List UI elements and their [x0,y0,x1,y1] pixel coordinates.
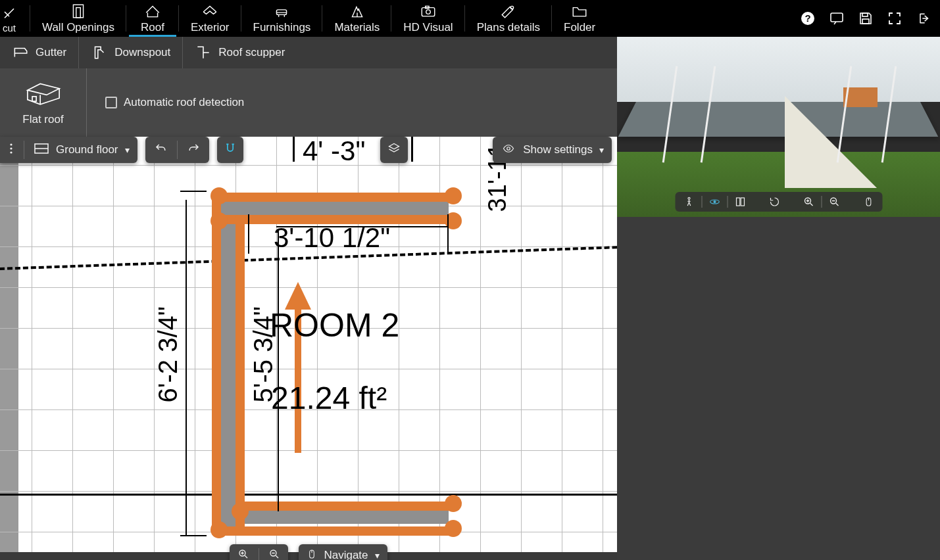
exit-icon[interactable] [914,9,933,28]
svg-rect-9 [831,13,843,22]
tool-roof-scupper[interactable]: Roof scupper [183,37,297,68]
checkbox-auto-roof-detect-label: Automatic roof detection [124,96,244,109]
svg-point-6 [510,6,513,9]
svg-point-18 [688,197,690,199]
preview-3d[interactable] [617,37,940,217]
tab-furnishings-label: Furnishings [253,21,311,34]
tool-roof-scupper-label: Roof scupper [218,46,285,59]
level-selector[interactable]: Ground floor [56,143,118,156]
svg-rect-11 [862,19,869,24]
dim-innerw-tickL [248,214,249,254]
zoom-in-icon[interactable] [801,195,816,209]
checkbox-auto-roof-detect[interactable]: Automatic roof detection [105,96,244,109]
tab-wall-openings-label: Wall Openings [42,21,114,34]
tab-plans-details-label: Plans details [477,21,540,34]
dim-top-tickR [411,137,413,162]
view-orbit-icon[interactable] [707,195,722,209]
dim-innerw-tickR [447,214,449,254]
svg-point-13 [10,143,12,145]
view-reset-icon[interactable] [767,195,781,209]
comment-icon[interactable] [827,9,847,28]
svg-text:?: ? [804,12,810,24]
checkbox-icon [105,97,117,108]
tool-gutter[interactable]: Gutter [0,37,79,68]
fullscreen-icon[interactable] [885,9,904,28]
dim-left-inner: 5'-5 3/4" [249,306,278,402]
dim-louter-tickT [180,191,207,192]
tab-cut-label: cut [3,22,16,34]
help-icon[interactable]: ? [798,9,818,28]
svg-rect-12 [32,97,36,101]
redo-button[interactable] [187,143,201,158]
svg-rect-0 [73,5,83,18]
mouse-icon[interactable] [861,195,876,209]
plan-zoom-out[interactable] [268,548,280,561]
dim-top-tick [293,137,295,162]
view-section-icon[interactable] [733,195,747,209]
tab-exterior[interactable]: Exterior [179,0,241,37]
eye-icon [501,143,516,158]
properties-panel [617,217,940,560]
svg-rect-22 [741,198,744,206]
tab-materials-label: Materials [334,21,380,34]
save-icon[interactable] [856,9,876,28]
tab-plans-details[interactable]: Plans details [465,0,552,37]
tool-gutter-label: Gutter [36,46,66,59]
dim-louter-line [186,200,187,535]
mouse-icon [307,548,317,561]
svg-rect-1 [76,8,81,18]
dim-louter-tickB [180,535,207,536]
snap-toggle[interactable] [224,142,237,158]
chevron-down-icon: ▾ [599,145,604,155]
level-icon [34,143,49,158]
room-area: 21.24 ft² [271,380,387,416]
dim-left-outer: 6'-2 3/4" [153,306,183,402]
svg-point-14 [10,147,12,149]
tab-folder[interactable]: Folder [552,0,607,37]
plan-zoom-in[interactable] [237,548,249,561]
svg-point-17 [507,147,510,150]
layers-button[interactable] [387,142,401,158]
chevron-down-icon: ▾ [125,145,130,155]
tool-flat-roof[interactable]: Flat roof [0,68,87,137]
tool-flat-roof-label: Flat roof [22,113,63,126]
navigate-label: Navigate [324,549,368,560]
floorplan-canvas[interactable]: 4' -3" 31'-11 3'-10 1/2" ROOM 2 21 [0,137,617,552]
plan-zoom-pill [230,544,288,560]
svg-point-4 [426,10,431,14]
svg-point-15 [10,151,12,153]
tab-exterior-label: Exterior [191,21,230,34]
tab-roof[interactable]: Roof [126,0,179,37]
dim-top: 4' -3" [303,137,365,167]
menu-icon[interactable] [8,142,14,158]
tab-hd-visual[interactable]: HD Visual [391,0,464,37]
chevron-down-icon: ▾ [375,550,380,560]
navigate-pill[interactable]: Navigate ▾ [299,544,387,560]
dim-inner-width: 3'-10 1/2" [274,222,390,254]
svg-point-20 [714,201,716,203]
preview-tri-wall [785,96,877,188]
tab-materials[interactable]: Materials [322,0,391,37]
zoom-out-icon[interactable] [827,195,841,209]
tool-downspout[interactable]: Downspout [79,37,183,68]
tool-downspout-label: Downspout [114,46,170,59]
tab-hd-visual-label: HD Visual [403,21,453,34]
tab-furnishings[interactable]: Furnishings [241,0,323,37]
svg-rect-21 [736,198,739,206]
svg-rect-10 [862,13,868,16]
tab-folder-label: Folder [564,21,595,34]
svg-rect-3 [422,8,435,16]
room-name: ROOM 2 [270,306,399,344]
tab-wall-openings[interactable]: Wall Openings [30,0,126,37]
tab-cut[interactable]: cut [0,0,30,37]
view-walk-icon[interactable] [681,195,696,209]
undo-button[interactable] [153,143,168,158]
show-settings-button[interactable]: Show settings [523,143,593,156]
tab-roof-label: Roof [141,21,164,34]
